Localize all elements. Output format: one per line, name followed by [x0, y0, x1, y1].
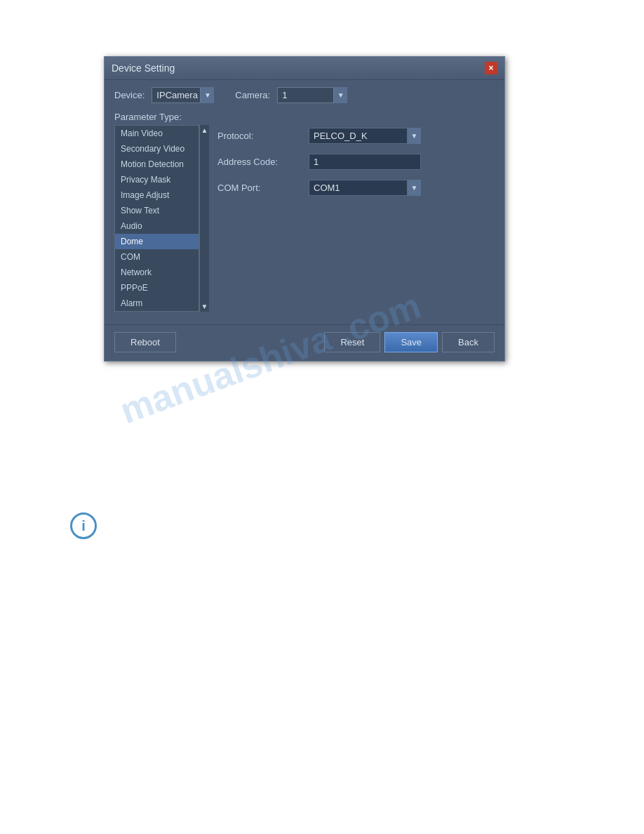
param-item-show-text[interactable]: Show Text: [115, 203, 199, 218]
info-icon: i: [70, 512, 97, 539]
param-item-image-adjust[interactable]: Image Adjust: [115, 187, 199, 203]
com-port-select-wrapper: COM1 ▼: [309, 180, 421, 196]
main-layout: Main Video Secondary Video Motion Detect…: [114, 125, 495, 312]
address-code-row: Address Code:: [217, 154, 495, 170]
protocol-select[interactable]: PELCO_D_K: [309, 128, 421, 144]
com-port-label: COM Port:: [217, 183, 309, 193]
protocol-select-wrapper: PELCO_D_K ▼: [309, 128, 421, 144]
device-label: Device:: [114, 90, 145, 100]
param-item-privacy-mask[interactable]: Privacy Mask: [115, 172, 199, 187]
device-select[interactable]: IPCamera: [152, 87, 214, 103]
camera-label: Camera:: [235, 90, 270, 100]
com-port-select[interactable]: COM1: [309, 180, 421, 196]
param-item-alarm[interactable]: Alarm: [115, 296, 199, 311]
save-button[interactable]: Save: [384, 332, 438, 352]
scroll-down-icon[interactable]: ▼: [201, 303, 208, 310]
reboot-button[interactable]: Reboot: [114, 332, 176, 352]
right-button-group: Reset Save Back: [324, 332, 495, 352]
protocol-row: Protocol: PELCO_D_K ▼: [217, 128, 495, 144]
button-row: Reboot Reset Save Back: [105, 324, 504, 361]
camera-select[interactable]: 1: [277, 87, 347, 103]
address-code-input[interactable]: [309, 154, 421, 170]
address-code-label: Address Code:: [217, 157, 309, 167]
param-item-secondary-video[interactable]: Secondary Video: [115, 141, 199, 157]
camera-select-wrapper: 1 ▼: [277, 87, 347, 103]
device-camera-row: Device: IPCamera ▼ Camera: 1 ▼: [114, 87, 495, 103]
device-setting-dialog: Device Setting × Device: IPCamera ▼ Came…: [104, 56, 505, 362]
dialog-content: Device: IPCamera ▼ Camera: 1 ▼ Parameter…: [105, 80, 504, 319]
param-item-com[interactable]: COM: [115, 249, 199, 265]
param-item-dome[interactable]: Dome: [115, 234, 199, 249]
scroll-up-icon[interactable]: ▲: [201, 126, 208, 134]
param-item-network[interactable]: Network: [115, 265, 199, 280]
param-section: Main Video Secondary Video Motion Detect…: [114, 125, 209, 312]
title-bar: Device Setting ×: [105, 57, 504, 80]
info-icon-container: i: [70, 512, 97, 539]
back-button[interactable]: Back: [442, 332, 495, 352]
param-panel: Protocol: PELCO_D_K ▼ Address Code: COM: [217, 125, 495, 312]
param-scrollbar[interactable]: ▲ ▼: [199, 125, 209, 312]
protocol-label: Protocol:: [217, 131, 309, 141]
com-port-row: COM Port: COM1 ▼: [217, 180, 495, 196]
param-item-main-video[interactable]: Main Video: [115, 126, 199, 141]
close-button[interactable]: ×: [485, 62, 497, 74]
param-list-container: Main Video Secondary Video Motion Detect…: [114, 125, 209, 312]
param-type-label: Parameter Type:: [114, 112, 495, 122]
param-item-audio[interactable]: Audio: [115, 218, 199, 234]
device-select-wrapper: IPCamera ▼: [152, 87, 214, 103]
param-item-motion-detection[interactable]: Motion Detection: [115, 157, 199, 172]
dialog-title: Device Setting: [112, 62, 175, 74]
param-list: Main Video Secondary Video Motion Detect…: [114, 125, 199, 312]
param-item-pppoe[interactable]: PPPoE: [115, 280, 199, 296]
reset-button[interactable]: Reset: [324, 332, 380, 352]
